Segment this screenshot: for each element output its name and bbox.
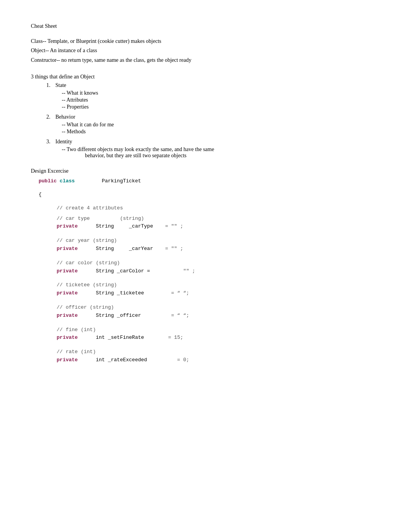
page-title: Cheat Sheet	[31, 23, 379, 29]
decl-rate: private int _rateExceeded = 0;	[39, 356, 379, 364]
intro-section: Class-- Template, or Blueprint (cookie c…	[31, 37, 379, 65]
list-item-1-label: State	[56, 82, 66, 88]
sub-item: Methods	[62, 129, 379, 135]
sub-item: What it knows	[62, 90, 379, 96]
behavior-sublist: What it can do for me Methods	[46, 122, 379, 135]
identity-sublist: Two different objects may look exactly t…	[46, 146, 379, 159]
list-item-1: 1. State What it knows Attributes Proper…	[46, 82, 379, 110]
comment-caryear: // car year (string)	[39, 237, 379, 245]
class-name: ParkingTicket	[78, 177, 141, 185]
decl-officer: private String _officer = “ “;	[39, 312, 379, 320]
keyword-class: class	[57, 177, 78, 185]
attr-ticketee: // ticketee (string) private String _tic…	[39, 281, 379, 297]
sub-item: Properties	[62, 104, 379, 110]
comment-cartype: // car type (string)	[39, 215, 379, 223]
intro-line2: Object-- An instance of a class	[31, 46, 379, 55]
design-title: Design Excercise	[31, 168, 379, 174]
decl-caryear: private String _carYear = "" ;	[39, 245, 379, 253]
comment-rate: // rate (int)	[39, 348, 379, 356]
attr-rate: // rate (int) private int _rateExceeded …	[39, 348, 379, 364]
attr-fine: // fine (int) private int _setFineRate =…	[39, 326, 379, 342]
decl-ticketee: private String _ticketee = “ “;	[39, 289, 379, 297]
open-brace: {	[39, 191, 379, 199]
attr-caryear: // car year (string) private String _car…	[39, 237, 379, 253]
intro-line3: Constructor-- no return type, same name …	[31, 56, 379, 65]
sub-item: Two different objects may look exactly t…	[62, 146, 379, 159]
decl-carcolor: private String _carColor = "" ;	[39, 267, 379, 275]
attr-officer: // officer (string) private String _offi…	[39, 304, 379, 320]
comment-ticketee: // ticketee (string)	[39, 281, 379, 289]
intro-line1: Class-- Template, or Blueprint (cookie c…	[31, 37, 379, 46]
keyword-public: public	[39, 177, 57, 185]
state-sublist: What it knows Attributes Properties	[46, 90, 379, 110]
comment-officer: // officer (string)	[39, 304, 379, 312]
decl-cartype: private String _carType = "" ;	[39, 223, 379, 231]
list-item-2: 2. Behavior What it can do for me Method…	[46, 114, 379, 135]
comment-carcolor: // car color (string)	[39, 259, 379, 267]
list-item-3: 3. Identity Two different objects may lo…	[46, 139, 379, 159]
decl-fine: private int _setFineRate = 15;	[39, 334, 379, 342]
attr-cartype: // car type (string) private String _car…	[39, 215, 379, 231]
comment-create: // create 4 attributes	[39, 204, 379, 212]
class-declaration: public class ParkingTicket	[39, 177, 379, 185]
list-item-3-label: Identity	[56, 139, 73, 144]
attr-carcolor: // car color (string) private String _ca…	[39, 259, 379, 275]
list-item-2-label: Behavior	[56, 114, 75, 120]
three-things-section: 3 things that define an Object 1. State …	[31, 74, 379, 159]
sub-item: Attributes	[62, 97, 379, 103]
code-block: public class ParkingTicket { // create 4…	[31, 177, 379, 364]
three-things-list: 1. State What it knows Attributes Proper…	[31, 82, 379, 159]
comment-fine: // fine (int)	[39, 326, 379, 334]
three-things-heading: 3 things that define an Object	[31, 74, 379, 80]
design-section: Design Excercise public class ParkingTic…	[31, 168, 379, 364]
sub-item: What it can do for me	[62, 122, 379, 128]
